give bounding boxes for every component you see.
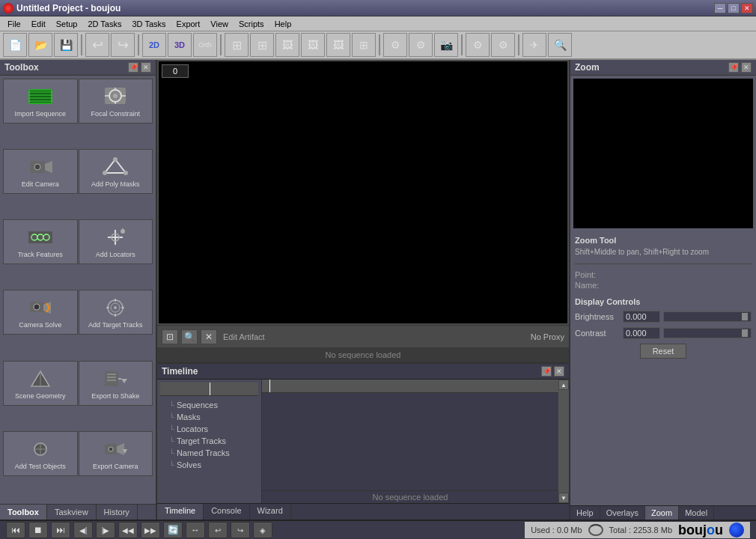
- toolbar-view4[interactable]: ⊞: [352, 33, 376, 57]
- boujou-logo: boujou: [678, 523, 723, 538]
- tab-history[interactable]: History: [97, 505, 138, 520]
- export-to-shake-icon: [102, 367, 129, 391]
- vp-zoom-out[interactable]: 🔍: [181, 329, 198, 344]
- menu-edit[interactable]: Edit: [27, 19, 50, 29]
- tab-wizard[interactable]: Wizard: [250, 504, 291, 520]
- tab-overlays[interactable]: Overlays: [600, 506, 645, 520]
- tool-add-locators[interactable]: Add Locators: [79, 219, 153, 264]
- toolbar-action2[interactable]: ⚙: [491, 33, 515, 57]
- tree-solves[interactable]: Solves: [160, 459, 258, 471]
- toolbar: 📄 📂 💾 ↩ ↪ 2D 3D Orth ⊞ ⊞ 🖼 🖼 🖼 ⊞ ⚙ ⚙ 📷 ⚙…: [0, 31, 756, 60]
- toolbar-camera[interactable]: 📷: [434, 33, 458, 57]
- tab-taskview[interactable]: Taskview: [47, 505, 97, 520]
- menu-3dtasks[interactable]: 3D Tasks: [128, 19, 171, 29]
- timeline-scrollbar[interactable]: ▲ ▼: [558, 380, 569, 503]
- tool-add-poly-masks[interactable]: Add Poly Masks: [79, 149, 153, 194]
- tab-model[interactable]: Model: [679, 506, 714, 520]
- tab-timeline[interactable]: Timeline: [157, 504, 204, 520]
- toolbar-ortho[interactable]: Orth: [193, 33, 217, 57]
- toolbar-open[interactable]: 📂: [28, 33, 52, 57]
- brightness-slider[interactable]: [663, 311, 752, 322]
- contrast-value[interactable]: [623, 327, 660, 339]
- menu-view[interactable]: View: [206, 19, 233, 29]
- viewport[interactable]: [159, 61, 567, 323]
- reset-button[interactable]: Reset: [640, 344, 687, 359]
- toolbar-action1[interactable]: ⚙: [466, 33, 490, 57]
- tool-import-sequence[interactable]: Import Sequence: [3, 79, 78, 124]
- menu-export[interactable]: Export: [172, 19, 205, 29]
- minimize-button[interactable]: ─: [714, 3, 726, 13]
- toolbox-pin[interactable]: 📌: [128, 62, 138, 73]
- toolbar-new[interactable]: 📄: [3, 33, 27, 57]
- transport-go-start[interactable]: ↩: [208, 522, 228, 538]
- menu-2dtasks[interactable]: 2D Tasks: [83, 19, 126, 29]
- toolbar-grid2[interactable]: ⊞: [250, 33, 274, 57]
- menu-file[interactable]: File: [3, 19, 25, 29]
- add-locators-label: Add Locators: [96, 251, 135, 258]
- toolbar-grid1[interactable]: ⊞: [225, 33, 249, 57]
- close-button[interactable]: ✕: [741, 3, 753, 13]
- transport-prev-key[interactable]: ◀◀: [118, 522, 138, 538]
- tree-named-tracks[interactable]: Named Tracks: [160, 447, 258, 459]
- tree-masks[interactable]: Masks: [160, 411, 258, 423]
- tab-zoom[interactable]: Zoom: [645, 506, 679, 520]
- menu-setup[interactable]: Setup: [52, 19, 82, 29]
- tool-export-camera[interactable]: Export Camera: [79, 431, 153, 476]
- zoom-hint: Shift+Middle to pan, Shift+Right to zoom: [575, 248, 752, 256]
- transport-bounce[interactable]: ↔: [186, 522, 205, 538]
- toolbar-undo[interactable]: ↩: [85, 33, 109, 57]
- contrast-slider[interactable]: [663, 328, 752, 338]
- tool-track-features[interactable]: Track Features: [3, 219, 78, 264]
- tool-add-test-objects[interactable]: Add Test Objects: [3, 431, 78, 476]
- toolbar-save[interactable]: 💾: [54, 33, 78, 57]
- transport-next-frame[interactable]: |▶: [96, 522, 115, 538]
- tool-scene-geometry[interactable]: Scene Geometry: [3, 361, 78, 406]
- zoom-header: Zoom 📌 ✕: [570, 60, 756, 76]
- tool-focal-constraint[interactable]: Focal Constraint: [79, 79, 153, 124]
- scroll-down[interactable]: ▼: [558, 493, 569, 503]
- toolbar-track2[interactable]: ⚙: [409, 33, 433, 57]
- toolbar-redo[interactable]: ↪: [111, 33, 135, 57]
- toolbar-3d[interactable]: 3D: [168, 33, 192, 57]
- tool-export-to-shake[interactable]: Export to Shake: [79, 361, 153, 406]
- window-controls[interactable]: ─ □ ✕: [714, 3, 753, 13]
- toolbar-track1[interactable]: ⚙: [383, 33, 407, 57]
- transport-next-key[interactable]: ▶▶: [141, 522, 160, 538]
- tool-edit-camera[interactable]: Edit Camera: [3, 149, 78, 194]
- tool-add-target-tracks[interactable]: Add Target Tracks: [79, 290, 153, 335]
- vp-zoom-fit[interactable]: ⊡: [162, 329, 178, 344]
- toolbox-close[interactable]: ✕: [141, 62, 151, 73]
- menu-help[interactable]: Help: [270, 19, 296, 29]
- tab-toolbox[interactable]: Toolbox: [0, 505, 47, 520]
- zoom-close[interactable]: ✕: [741, 62, 752, 73]
- zoom-pin[interactable]: 📌: [728, 62, 739, 73]
- tree-locators[interactable]: Locators: [160, 423, 258, 435]
- brightness-value[interactable]: [623, 311, 660, 323]
- maximize-button[interactable]: □: [728, 3, 740, 13]
- tab-help[interactable]: Help: [570, 506, 600, 520]
- menu-scripts[interactable]: Scripts: [234, 19, 269, 29]
- toolbar-fly1[interactable]: ✈: [522, 33, 546, 57]
- timeline-pin[interactable]: 📌: [541, 366, 552, 377]
- toolbar-fly2[interactable]: 🔍: [548, 33, 572, 57]
- toolbar-view3[interactable]: 🖼: [326, 33, 350, 57]
- transport-play[interactable]: ⏭: [51, 522, 70, 538]
- vp-artifact-edit[interactable]: ✕: [201, 329, 217, 344]
- toolbar-view2[interactable]: 🖼: [301, 33, 325, 57]
- transport-stop[interactable]: ⏹: [28, 522, 48, 538]
- transport-rewind[interactable]: ⏮: [6, 522, 25, 538]
- transport-prev-frame[interactable]: ◀|: [73, 522, 93, 538]
- tree-sequences[interactable]: Sequences: [160, 399, 258, 411]
- frame-number-input[interactable]: [162, 64, 189, 78]
- tree-target-tracks[interactable]: Target Tracks: [160, 435, 258, 447]
- timeline-close[interactable]: ✕: [554, 366, 564, 377]
- scroll-up[interactable]: ▲: [558, 380, 569, 390]
- transport-mark[interactable]: ◈: [253, 522, 272, 538]
- transport-loop[interactable]: 🔄: [163, 522, 183, 538]
- tab-console[interactable]: Console: [204, 504, 249, 520]
- tool-camera-solve[interactable]: Camera Solve: [3, 290, 78, 335]
- transport-go-end[interactable]: ↪: [231, 522, 250, 538]
- toolbar-view1[interactable]: 🖼: [275, 33, 299, 57]
- toolbar-2d[interactable]: 2D: [142, 33, 166, 57]
- svg-rect-43: [105, 371, 118, 386]
